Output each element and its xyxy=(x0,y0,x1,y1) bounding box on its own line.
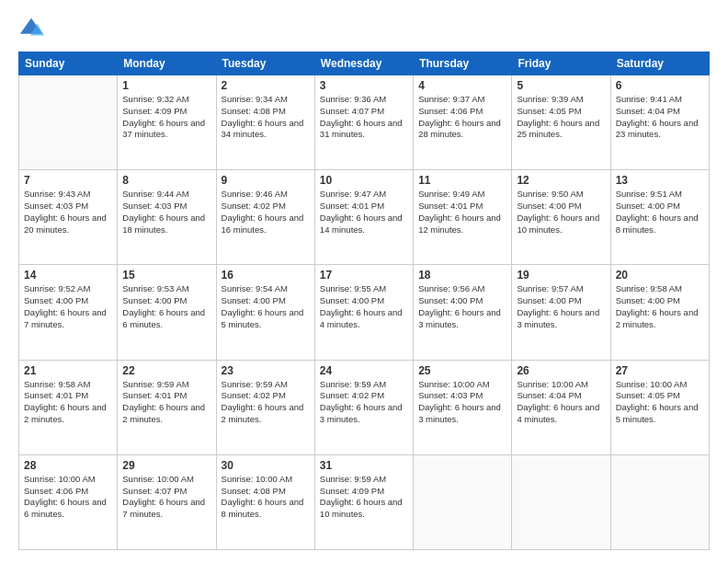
day-info: Sunrise: 9:50 AM Sunset: 4:00 PM Dayligh… xyxy=(517,189,605,236)
day-info: Sunrise: 9:44 AM Sunset: 4:03 PM Dayligh… xyxy=(122,189,210,236)
day-number: 23 xyxy=(222,364,310,377)
day-info: Sunrise: 9:32 AM Sunset: 4:09 PM Dayligh… xyxy=(122,94,210,141)
day-info: Sunrise: 10:00 AM Sunset: 4:07 PM Daylig… xyxy=(122,474,210,521)
day-info: Sunrise: 9:53 AM Sunset: 4:00 PM Dayligh… xyxy=(122,283,210,330)
day-number: 20 xyxy=(616,269,704,282)
day-number: 2 xyxy=(222,79,310,92)
calendar-row: 14 Sunrise: 9:52 AM Sunset: 4:00 PM Dayl… xyxy=(19,265,710,360)
calendar-row: 21 Sunrise: 9:58 AM Sunset: 4:01 PM Dayl… xyxy=(19,360,710,454)
day-info: Sunrise: 9:52 AM Sunset: 4:00 PM Dayligh… xyxy=(24,283,112,330)
day-info: Sunrise: 9:55 AM Sunset: 4:00 PM Dayligh… xyxy=(320,283,408,330)
calendar-cell: 13 Sunrise: 9:51 AM Sunset: 4:00 PM Dayl… xyxy=(610,170,709,265)
calendar-cell: 5 Sunrise: 9:39 AM Sunset: 4:05 PM Dayli… xyxy=(512,75,610,170)
calendar-cell: 3 Sunrise: 9:36 AM Sunset: 4:07 PM Dayli… xyxy=(314,75,413,170)
day-number: 27 xyxy=(616,364,704,377)
weekday-header: Thursday xyxy=(414,52,512,75)
logo xyxy=(18,17,48,42)
day-number: 10 xyxy=(320,174,408,187)
day-info: Sunrise: 10:00 AM Sunset: 4:05 PM Daylig… xyxy=(616,379,704,426)
day-info: Sunrise: 10:00 AM Sunset: 4:03 PM Daylig… xyxy=(418,379,506,426)
calendar-cell: 22 Sunrise: 9:59 AM Sunset: 4:01 PM Dayl… xyxy=(118,360,216,454)
calendar-cell: 6 Sunrise: 9:41 AM Sunset: 4:04 PM Dayli… xyxy=(610,75,709,170)
day-info: Sunrise: 9:58 AM Sunset: 4:01 PM Dayligh… xyxy=(24,379,112,426)
calendar-cell: 19 Sunrise: 9:57 AM Sunset: 4:00 PM Dayl… xyxy=(512,265,610,360)
day-number: 13 xyxy=(616,174,704,187)
day-number: 31 xyxy=(320,459,408,472)
calendar-cell xyxy=(414,454,512,549)
calendar-cell: 29 Sunrise: 10:00 AM Sunset: 4:07 PM Day… xyxy=(118,454,216,549)
day-info: Sunrise: 9:59 AM Sunset: 4:09 PM Dayligh… xyxy=(320,474,408,521)
day-number: 11 xyxy=(418,174,506,187)
day-info: Sunrise: 9:41 AM Sunset: 4:04 PM Dayligh… xyxy=(616,94,704,141)
day-info: Sunrise: 9:39 AM Sunset: 4:05 PM Dayligh… xyxy=(517,94,605,141)
day-number: 16 xyxy=(222,269,310,282)
calendar-cell: 30 Sunrise: 10:00 AM Sunset: 4:08 PM Day… xyxy=(216,454,314,549)
day-number: 19 xyxy=(517,269,605,282)
weekday-header: Friday xyxy=(512,52,610,75)
day-info: Sunrise: 9:59 AM Sunset: 4:02 PM Dayligh… xyxy=(222,379,310,426)
day-number: 25 xyxy=(418,364,506,377)
logo-icon xyxy=(18,17,44,42)
day-number: 17 xyxy=(320,269,408,282)
calendar-cell: 10 Sunrise: 9:47 AM Sunset: 4:01 PM Dayl… xyxy=(314,170,413,265)
day-number: 4 xyxy=(418,79,506,92)
day-info: Sunrise: 9:37 AM Sunset: 4:06 PM Dayligh… xyxy=(418,94,506,141)
calendar-cell: 9 Sunrise: 9:46 AM Sunset: 4:02 PM Dayli… xyxy=(216,170,314,265)
day-number: 8 xyxy=(122,174,210,187)
day-number: 30 xyxy=(222,459,310,472)
calendar-cell: 20 Sunrise: 9:58 AM Sunset: 4:00 PM Dayl… xyxy=(610,265,709,360)
calendar-cell: 16 Sunrise: 9:54 AM Sunset: 4:00 PM Dayl… xyxy=(216,265,314,360)
day-number: 18 xyxy=(418,269,506,282)
day-info: Sunrise: 9:57 AM Sunset: 4:00 PM Dayligh… xyxy=(517,283,605,330)
calendar-cell: 18 Sunrise: 9:56 AM Sunset: 4:00 PM Dayl… xyxy=(414,265,512,360)
day-info: Sunrise: 9:49 AM Sunset: 4:01 PM Dayligh… xyxy=(418,189,506,236)
calendar-cell: 25 Sunrise: 10:00 AM Sunset: 4:03 PM Day… xyxy=(414,360,512,454)
day-number: 28 xyxy=(24,459,112,472)
day-info: Sunrise: 9:59 AM Sunset: 4:01 PM Dayligh… xyxy=(122,379,210,426)
day-info: Sunrise: 10:00 AM Sunset: 4:08 PM Daylig… xyxy=(222,474,310,521)
day-number: 24 xyxy=(320,364,408,377)
calendar-table: SundayMondayTuesdayWednesdayThursdayFrid… xyxy=(18,52,710,550)
weekday-header: Sunday xyxy=(19,52,118,75)
calendar-header-row: SundayMondayTuesdayWednesdayThursdayFrid… xyxy=(19,52,710,75)
day-info: Sunrise: 9:58 AM Sunset: 4:00 PM Dayligh… xyxy=(616,283,704,330)
calendar-cell: 31 Sunrise: 9:59 AM Sunset: 4:09 PM Dayl… xyxy=(314,454,413,549)
calendar-row: 1 Sunrise: 9:32 AM Sunset: 4:09 PM Dayli… xyxy=(19,75,710,170)
weekday-header: Monday xyxy=(118,52,216,75)
day-number: 7 xyxy=(24,174,112,187)
calendar-cell: 23 Sunrise: 9:59 AM Sunset: 4:02 PM Dayl… xyxy=(216,360,314,454)
weekday-header: Tuesday xyxy=(216,52,314,75)
day-number: 12 xyxy=(517,174,605,187)
calendar-cell: 14 Sunrise: 9:52 AM Sunset: 4:00 PM Dayl… xyxy=(19,265,118,360)
day-info: Sunrise: 9:51 AM Sunset: 4:00 PM Dayligh… xyxy=(616,189,704,236)
day-info: Sunrise: 9:56 AM Sunset: 4:00 PM Dayligh… xyxy=(418,283,506,330)
calendar-cell: 7 Sunrise: 9:43 AM Sunset: 4:03 PM Dayli… xyxy=(19,170,118,265)
calendar-cell: 8 Sunrise: 9:44 AM Sunset: 4:03 PM Dayli… xyxy=(118,170,216,265)
calendar-cell: 11 Sunrise: 9:49 AM Sunset: 4:01 PM Dayl… xyxy=(414,170,512,265)
day-number: 29 xyxy=(122,459,210,472)
calendar-cell: 15 Sunrise: 9:53 AM Sunset: 4:00 PM Dayl… xyxy=(118,265,216,360)
calendar-cell xyxy=(19,75,118,170)
day-info: Sunrise: 9:46 AM Sunset: 4:02 PM Dayligh… xyxy=(222,189,310,236)
calendar-cell xyxy=(610,454,709,549)
calendar-cell: 1 Sunrise: 9:32 AM Sunset: 4:09 PM Dayli… xyxy=(118,75,216,170)
weekday-header: Wednesday xyxy=(314,52,413,75)
day-info: Sunrise: 9:36 AM Sunset: 4:07 PM Dayligh… xyxy=(320,94,408,141)
calendar-cell: 4 Sunrise: 9:37 AM Sunset: 4:06 PM Dayli… xyxy=(414,75,512,170)
day-info: Sunrise: 9:34 AM Sunset: 4:08 PM Dayligh… xyxy=(222,94,310,141)
calendar-cell: 12 Sunrise: 9:50 AM Sunset: 4:00 PM Dayl… xyxy=(512,170,610,265)
day-info: Sunrise: 9:47 AM Sunset: 4:01 PM Dayligh… xyxy=(320,189,408,236)
weekday-header: Saturday xyxy=(610,52,709,75)
day-number: 1 xyxy=(122,79,210,92)
day-number: 15 xyxy=(122,269,210,282)
calendar-cell: 28 Sunrise: 10:00 AM Sunset: 4:06 PM Day… xyxy=(19,454,118,549)
calendar-cell: 27 Sunrise: 10:00 AM Sunset: 4:05 PM Day… xyxy=(610,360,709,454)
calendar-row: 7 Sunrise: 9:43 AM Sunset: 4:03 PM Dayli… xyxy=(19,170,710,265)
calendar-cell: 2 Sunrise: 9:34 AM Sunset: 4:08 PM Dayli… xyxy=(216,75,314,170)
calendar-cell xyxy=(512,454,610,549)
day-info: Sunrise: 10:00 AM Sunset: 4:06 PM Daylig… xyxy=(24,474,112,521)
day-number: 14 xyxy=(24,269,112,282)
day-info: Sunrise: 9:43 AM Sunset: 4:03 PM Dayligh… xyxy=(24,189,112,236)
day-number: 21 xyxy=(24,364,112,377)
page: SundayMondayTuesdayWednesdayThursdayFrid… xyxy=(0,0,728,563)
